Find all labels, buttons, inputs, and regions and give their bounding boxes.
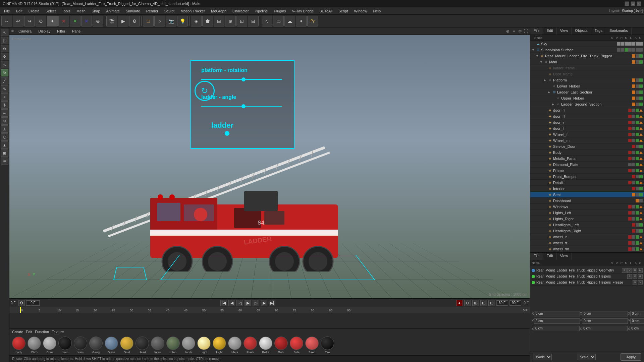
render-btn[interactable]: ▶ (118, 16, 128, 26)
menu-window[interactable]: Window (351, 8, 370, 14)
vp-expand-icon[interactable]: ⊕ (505, 28, 511, 34)
mat-meta[interactable]: Meta (228, 337, 241, 354)
obj-wheel-lm[interactable]: ◈ Wheel_lm (530, 137, 644, 143)
obj-details[interactable]: ◈ Details (530, 180, 644, 186)
play-start-btn[interactable]: |◀ (220, 300, 227, 306)
menu-animate[interactable]: Animate (104, 8, 122, 14)
obj-front-bumper[interactable]: ◈ Front_Bumper (530, 174, 644, 180)
tool-knife[interactable]: ✂ (1, 117, 8, 125)
obj-ladder-frame[interactable]: ◈ ladder_frame (530, 65, 644, 71)
obj-lights-left[interactable]: ◈ Lights_Left (530, 210, 644, 216)
attr-z3-input[interactable] (630, 326, 644, 331)
menu-mesh[interactable]: Mesh (74, 8, 88, 14)
light2-btn[interactable]: ✦ (296, 16, 307, 26)
obj-tab-tags[interactable]: Tags (591, 27, 606, 35)
obj-body[interactable]: ◈ Body (530, 149, 644, 156)
menu-create[interactable]: Create (26, 8, 42, 14)
render-region-btn[interactable]: 🎬 (106, 16, 117, 26)
menu-render[interactable]: Render (144, 8, 161, 14)
obj-door-rr[interactable]: ◈ door_rr (530, 107, 644, 113)
floor-btn[interactable]: ▭ (273, 16, 284, 26)
name-row-geometry[interactable]: Rear_Mount_Ladder_Fire_Truck_Rigged_Geom… (532, 267, 643, 274)
mat-rubi[interactable]: Rubi (274, 337, 288, 354)
name-row-helpers-freeze[interactable]: Rear_Mount_Ladder_Fire_Truck_Rigged_Help… (532, 280, 643, 286)
tool-iron[interactable]: ⬡ (1, 133, 8, 141)
attr-tab-view[interactable]: View (557, 253, 572, 260)
obj-wheel-rm[interactable]: ◈ wheel_rm (530, 246, 644, 252)
sky2-btn[interactable]: ☁ (284, 16, 295, 26)
tool-slide[interactable]: ⊞ (1, 149, 8, 157)
viewport-tab-filter[interactable]: Filter (54, 28, 68, 34)
obj-door-frame[interactable]: ◈ Door_frame (530, 71, 644, 77)
mat-laddi[interactable]: laddi (182, 337, 195, 354)
world-btn[interactable]: ⊕ (93, 16, 103, 26)
attr-x3-input[interactable] (630, 311, 644, 316)
mat-chro1[interactable]: Chro (28, 337, 41, 354)
menu-mograph[interactable]: MoGraph (208, 8, 229, 14)
attr-y3-input[interactable] (630, 318, 644, 324)
tool-magnet[interactable]: ∞ (1, 109, 8, 117)
python-btn[interactable]: Py (307, 16, 318, 26)
obj-metalic-parts[interactable]: ◈ Metalic_Parts (530, 156, 644, 162)
play-end-btn[interactable]: ▶| (269, 300, 275, 306)
mat-tab-texture[interactable]: Texture (52, 330, 64, 334)
tool-move[interactable]: ✛ (1, 53, 8, 60)
attr-z-input[interactable] (534, 326, 580, 331)
move-tool-btn[interactable]: ↔ (1, 16, 12, 26)
key-all-btn[interactable]: ⊞ (472, 300, 479, 306)
obj-ladder-last-section[interactable]: ▶ ⊞ Ladder_Last_Section (530, 89, 644, 95)
mat-plasti[interactable]: Plasti (244, 337, 257, 354)
menu-plugins[interactable]: Plugins (271, 8, 288, 14)
obj-door-lr[interactable]: ◈ door_lr (530, 119, 644, 125)
obj-ladder-second-section[interactable]: ▶ ○ Ladder_Second_Section (530, 101, 644, 107)
timeline-settings-btn[interactable]: ⚙ (18, 300, 25, 306)
tool-pen[interactable]: ✎ (1, 85, 8, 93)
menu-character[interactable]: Character (230, 8, 251, 14)
key-sel-btn[interactable]: ⊡ (480, 300, 487, 306)
light-btn[interactable]: 💡 (177, 16, 188, 26)
obj-service-door[interactable]: ◈ Service_Door (530, 143, 644, 149)
redo-btn[interactable]: ↪ (24, 16, 35, 26)
menu-select[interactable]: Select (43, 8, 59, 14)
motion-clip-btn[interactable]: ⊟ (488, 300, 495, 306)
extrude-btn[interactable]: ⬟ (202, 16, 213, 26)
connect-btn[interactable]: ⊕ (225, 16, 236, 26)
mat-side[interactable]: Side (290, 337, 303, 354)
timeline-tracks[interactable] (9, 313, 530, 328)
obj-main[interactable]: ▼ ○ Main (530, 59, 644, 65)
tool-bridge[interactable]: ⊥ (1, 125, 8, 133)
model-btn[interactable]: ✦ (47, 16, 58, 26)
obj-platform[interactable]: ▶ ○ Platform (530, 77, 644, 83)
mat-body[interactable]: body (12, 337, 25, 354)
attr-y-input[interactable] (534, 318, 580, 324)
obj-dashboard[interactable]: ◈ Dashboard (530, 198, 644, 204)
menu-edit[interactable]: Edit (13, 8, 25, 14)
obj-tab-view[interactable]: View (557, 27, 572, 35)
attr-y2-input[interactable] (582, 318, 628, 324)
menu-snap[interactable]: Snap (89, 8, 103, 14)
obj-headlights-left[interactable]: ◈ Headlights_Left (530, 222, 644, 228)
apply-button[interactable]: Apply (621, 353, 641, 361)
tool-line[interactable]: ╱ (1, 77, 8, 84)
obj-tab-file[interactable]: File (530, 27, 543, 35)
tool-rotate[interactable]: ↻ (1, 69, 8, 76)
y-btn[interactable]: ✕ (70, 16, 80, 26)
attr-tab-edit[interactable]: Edit (543, 253, 557, 260)
null-btn[interactable]: ○ (154, 16, 165, 26)
mat-chro2[interactable]: Chro (43, 337, 56, 354)
obj-interior[interactable]: ◈ Interior (530, 186, 644, 192)
attr-x-input[interactable] (534, 311, 580, 316)
menu-3dtoall[interactable]: 3DToAll (317, 8, 335, 14)
tool-lasso[interactable]: ⊙ (1, 45, 8, 52)
mat-gaug[interactable]: Gaug (89, 337, 103, 354)
vp-settings-icon[interactable]: ⚙ (517, 28, 523, 34)
attr-tab-file[interactable]: File (530, 253, 543, 260)
record-btn[interactable]: ● (456, 300, 463, 306)
obj-frame[interactable]: ◈ Frame (530, 168, 644, 174)
boole-btn[interactable]: ⊞ (214, 16, 224, 26)
fps-input[interactable] (496, 300, 508, 306)
mat-interi1[interactable]: Interi (151, 337, 164, 354)
viewport-tab-panel[interactable]: Panel (69, 28, 84, 34)
x-btn[interactable]: ✕ (58, 16, 69, 26)
tool-snap[interactable]: ⌖ (1, 93, 8, 101)
